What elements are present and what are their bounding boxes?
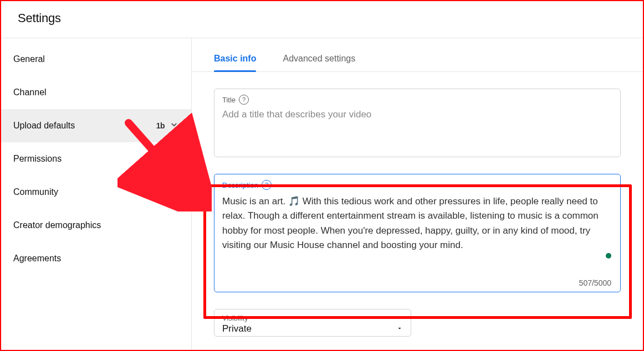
description-label: Description xyxy=(222,181,258,189)
sidebar-item-label: General xyxy=(13,54,45,64)
title-field-box[interactable]: Title ? xyxy=(214,89,621,157)
help-icon[interactable]: ? xyxy=(262,180,272,190)
description-char-counter: 507/5000 xyxy=(579,278,611,287)
tab-label: Advanced settings xyxy=(283,54,355,63)
description-field-label-row: Description ? xyxy=(222,180,612,190)
visibility-value: Private xyxy=(222,323,252,333)
dropdown-caret-icon xyxy=(396,324,403,334)
tab-content: Title ? Description ? Music is an art. 🎵… xyxy=(192,72,643,351)
sidebar-item-label: Permissions xyxy=(13,154,62,164)
sidebar-item-general[interactable]: General xyxy=(1,43,191,76)
page-title: Settings xyxy=(18,11,626,25)
sidebar-item-label: Agreements xyxy=(13,254,61,264)
sidebar-item-agreements[interactable]: Agreements xyxy=(1,242,191,275)
description-textarea[interactable]: Music is an art. 🎵 With this tedious wor… xyxy=(222,192,609,252)
sidebar-item-permissions[interactable]: Permissions xyxy=(1,142,191,176)
sidebar-item-label: Creator demographics xyxy=(13,220,101,230)
main-layout: General Channel Upload defaults 1b Permi… xyxy=(1,38,643,351)
help-icon[interactable]: ? xyxy=(239,95,249,105)
settings-tabs: Basic info Advanced settings xyxy=(192,38,643,72)
visibility-label: Visibility xyxy=(222,314,252,322)
sidebar-item-label: Community xyxy=(13,187,58,197)
sidebar-item-label: Channel xyxy=(13,87,47,97)
tubebuddy-badge: 1b xyxy=(156,121,165,130)
visibility-dropdown[interactable]: Visibility Private xyxy=(214,309,411,337)
title-field-label-row: Title ? xyxy=(222,95,612,105)
tab-label: Basic info xyxy=(214,54,256,63)
settings-header: Settings xyxy=(1,1,643,38)
sidebar-item-upload-defaults[interactable]: Upload defaults 1b xyxy=(1,109,191,142)
description-scroll[interactable]: Music is an art. 🎵 With this tedious wor… xyxy=(222,192,612,273)
sidebar-item-label: Upload defaults xyxy=(13,121,75,131)
settings-main: Basic info Advanced settings Title ? Des… xyxy=(192,38,643,351)
description-field-box[interactable]: Description ? Music is an art. 🎵 With th… xyxy=(214,174,621,292)
sidebar-item-community[interactable]: Community xyxy=(1,176,191,209)
settings-sidebar: General Channel Upload defaults 1b Permi… xyxy=(1,38,192,351)
tab-basic-info[interactable]: Basic info xyxy=(214,54,256,71)
tab-advanced-settings[interactable]: Advanced settings xyxy=(283,54,355,71)
title-input[interactable] xyxy=(222,107,612,147)
chevron-down-icon xyxy=(169,120,179,132)
grammarly-status-icon xyxy=(606,253,611,259)
sidebar-item-channel[interactable]: Channel xyxy=(1,76,191,109)
sidebar-item-creator-demographics[interactable]: Creator demographics xyxy=(1,209,191,242)
title-label: Title xyxy=(222,96,236,104)
